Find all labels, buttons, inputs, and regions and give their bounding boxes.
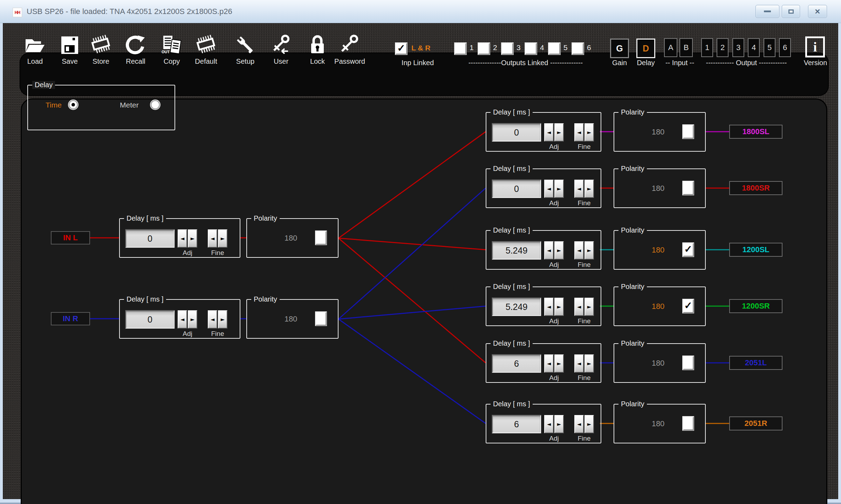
spin-right-button[interactable]: ► xyxy=(584,180,594,198)
delay-value-field[interactable]: 6 xyxy=(492,415,541,433)
fine-label: Fine xyxy=(574,199,594,207)
polarity-value: 180 xyxy=(642,419,674,428)
fine-label: Fine xyxy=(574,435,594,442)
inp-linked-checkbox[interactable] xyxy=(395,43,407,55)
info-icon: i xyxy=(813,39,817,55)
adj-spinner: ◄► xyxy=(178,229,197,248)
spin-left-button[interactable]: ◄ xyxy=(574,241,584,260)
delay-value-field[interactable]: 5.249 xyxy=(492,241,541,260)
output-2-button[interactable]: 2 xyxy=(717,38,729,57)
spin-left-button[interactable]: ◄ xyxy=(544,241,554,260)
polarity-checkbox[interactable] xyxy=(683,243,694,257)
spin-left-button[interactable]: ◄ xyxy=(544,298,554,316)
delay-group-legend: Delay [ ms ] xyxy=(124,214,166,222)
outputs-linked-checkbox-6[interactable] xyxy=(572,43,584,55)
spin-right-button[interactable]: ► xyxy=(218,229,227,248)
spin-right-button[interactable]: ► xyxy=(554,415,564,433)
delay-value-field[interactable]: 0 xyxy=(492,180,541,198)
spin-left-button[interactable]: ◄ xyxy=(544,180,554,198)
polarity-checkbox[interactable] xyxy=(683,299,694,313)
spin-right-button[interactable]: ► xyxy=(554,123,564,141)
outputs-linked-checkbox-3[interactable] xyxy=(501,43,513,55)
stage: Load Save Store Recall OUT Copy Default xyxy=(0,0,841,504)
setup-button[interactable]: Setup xyxy=(226,34,265,65)
spin-left-button[interactable]: ◄ xyxy=(544,415,554,433)
delay-value-field[interactable]: 0 xyxy=(492,123,541,141)
polarity-checkbox[interactable] xyxy=(683,356,694,370)
delay-value-field[interactable]: 5.249 xyxy=(492,298,541,316)
output-2051r-polarity-group: Polarity 180 xyxy=(614,404,706,443)
adj-spinner: ◄► xyxy=(178,310,197,329)
input-b-button[interactable]: B xyxy=(679,38,693,57)
spin-left-button[interactable]: ◄ xyxy=(178,229,187,248)
output-label-text: 1800SR xyxy=(742,184,770,193)
input-a-button[interactable]: A xyxy=(664,38,677,57)
spin-right-button[interactable]: ► xyxy=(554,298,564,316)
output-1-button[interactable]: 1 xyxy=(701,38,713,57)
outputs-linked-checkbox-4[interactable] xyxy=(525,43,537,55)
polarity-checkbox[interactable] xyxy=(683,181,694,195)
polarity-group-legend: Polarity xyxy=(618,400,647,408)
output-5-button[interactable]: 5 xyxy=(764,38,775,57)
output-3-button[interactable]: 3 xyxy=(732,38,744,57)
load-button[interactable]: Load xyxy=(16,34,54,65)
outputs-linked-checkbox-2[interactable] xyxy=(478,43,490,55)
delay-value-field[interactable]: 6 xyxy=(492,354,541,373)
outputs-linked-checkbox-5[interactable] xyxy=(548,43,560,55)
output-label-2051r: 2051R xyxy=(729,416,782,430)
output-4-button[interactable]: 4 xyxy=(748,38,760,57)
outputs-linked-checkbox-1[interactable] xyxy=(454,43,466,55)
time-radio[interactable] xyxy=(69,101,77,109)
output-label-1200sr: 1200SR xyxy=(729,299,782,313)
store-button[interactable]: Store xyxy=(82,34,120,65)
spin-left-button[interactable]: ◄ xyxy=(574,298,584,316)
spin-right-button[interactable]: ► xyxy=(584,123,594,141)
spin-left-button[interactable]: ◄ xyxy=(208,310,217,329)
fine-spinner: ◄► xyxy=(574,415,594,433)
adj-label: Adj xyxy=(178,249,197,257)
spin-right-button[interactable]: ► xyxy=(554,241,564,260)
output-1800sr-delay-group: Delay [ ms ] 0 ◄► ◄► Adj Fine xyxy=(486,168,601,208)
polarity-checkbox[interactable] xyxy=(683,125,694,139)
adj-label: Adj xyxy=(544,261,564,269)
spin-right-button[interactable]: ► xyxy=(554,180,564,198)
recall-button[interactable]: Recall xyxy=(116,34,155,65)
spin-left-button[interactable]: ◄ xyxy=(574,354,584,373)
password-button[interactable]: Password xyxy=(330,34,369,65)
polarity-value: 180 xyxy=(642,127,674,137)
spin-left-button[interactable]: ◄ xyxy=(544,123,554,141)
spin-right-button[interactable]: ► xyxy=(584,241,594,260)
spin-left-button[interactable]: ◄ xyxy=(544,354,554,373)
user-button[interactable]: User xyxy=(262,34,300,65)
spin-right-button[interactable]: ► xyxy=(554,354,564,373)
spin-left-button[interactable]: ◄ xyxy=(178,310,187,329)
output-select-label: ------------ Output ------------ xyxy=(697,59,795,67)
delay-value-field[interactable]: 0 xyxy=(125,310,175,329)
output-6-button[interactable]: 6 xyxy=(779,38,791,57)
spin-right-button[interactable]: ► xyxy=(584,354,594,373)
fine-label: Fine xyxy=(574,143,594,151)
polarity-checkbox[interactable] xyxy=(315,231,327,245)
spin-left-button[interactable]: ◄ xyxy=(208,229,217,248)
spin-left-button[interactable]: ◄ xyxy=(574,415,584,433)
delay-mode-button[interactable]: D xyxy=(636,39,655,58)
spin-right-button[interactable]: ► xyxy=(584,415,594,433)
polarity-value: 180 xyxy=(275,234,307,243)
gain-mode-button[interactable]: G xyxy=(610,39,629,58)
spin-right-button[interactable]: ► xyxy=(188,229,197,248)
polarity-checkbox[interactable] xyxy=(315,312,327,326)
spin-right-button[interactable]: ► xyxy=(188,310,197,329)
spin-left-button[interactable]: ◄ xyxy=(574,123,584,141)
polarity-checkbox[interactable] xyxy=(683,416,694,430)
version-button[interactable]: i xyxy=(805,36,825,57)
meter-radio[interactable] xyxy=(151,101,159,109)
default-button[interactable]: Default xyxy=(187,34,225,65)
version-label: Version xyxy=(799,59,832,67)
delay-value-field[interactable]: 0 xyxy=(125,229,175,248)
copy-button[interactable]: OUT Copy xyxy=(152,34,191,65)
spin-left-button[interactable]: ◄ xyxy=(574,180,584,198)
spin-right-button[interactable]: ► xyxy=(218,310,227,329)
output-1200sl-polarity-group: Polarity 180 xyxy=(614,230,706,270)
adj-label: Adj xyxy=(544,317,564,325)
spin-right-button[interactable]: ► xyxy=(584,298,594,316)
